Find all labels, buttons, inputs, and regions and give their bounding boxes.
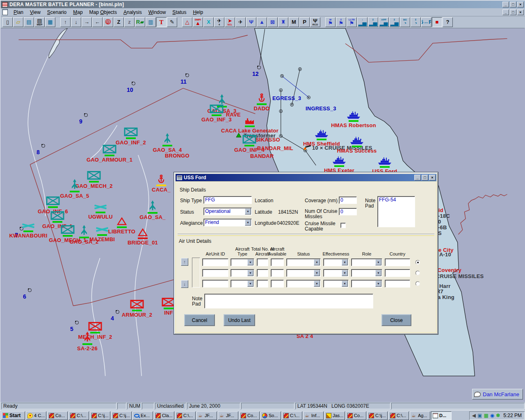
air-row-2-status-dropdown[interactable]: ▼ — [286, 269, 321, 277]
taskbar-task-10[interactable]: ☕JF... — [218, 411, 238, 420]
taskbar-task-20[interactable]: D... — [431, 411, 452, 420]
air-row-3-available-field[interactable] — [271, 280, 284, 288]
dialog-close-x-button[interactable]: × — [429, 175, 436, 180]
menu-analysis[interactable]: Analysis — [120, 9, 145, 16]
grid-button-icon[interactable]: ▥ — [146, 17, 156, 27]
chevron-down-icon[interactable]: ▼ — [247, 281, 253, 287]
start-button[interactable]: Start — [1, 411, 25, 420]
sum-flag-button-icon[interactable]: Σ⚑ — [336, 17, 346, 27]
taskbar-task-19[interactable]: ☕Ag... — [410, 411, 430, 420]
air-row-3-effectiveness-dropdown[interactable]: ▼ — [323, 280, 349, 288]
open-file-button-icon[interactable]: ▱ — [13, 17, 23, 27]
allegiance-dropdown[interactable]: Friend▼ — [203, 219, 252, 226]
air-row-2-total-field[interactable] — [257, 269, 268, 277]
air-row-1-aircraft-type-dropdown[interactable]: ▼ — [231, 258, 254, 266]
air-row-2-radio[interactable] — [415, 271, 420, 275]
taskbar-task-18[interactable]: C:\... — [388, 411, 409, 420]
ship-object-button-icon[interactable]: ♜ — [278, 17, 288, 27]
chevron-down-icon[interactable]: ▼ — [314, 259, 320, 265]
cruise-missile-capable-checkbox[interactable] — [340, 223, 346, 228]
save-button-icon[interactable]: ▤ — [24, 17, 34, 27]
air-row-1-radio[interactable] — [415, 260, 420, 265]
air-row-2-effectiveness-dropdown[interactable]: ▼ — [323, 269, 349, 277]
dialog-minimize-button[interactable]: _ — [414, 175, 421, 180]
air-row-2-country-field[interactable] — [385, 269, 410, 277]
menu-window[interactable]: Window — [145, 9, 169, 16]
child-restore-button[interactable]: □ — [510, 9, 516, 15]
air-row-3-role-dropdown[interactable]: ▼ — [351, 280, 382, 288]
messenger-icon[interactable]: ◉ — [490, 413, 494, 418]
m-flag-button-icon[interactable]: M⚑ — [325, 17, 336, 27]
air-row-2-aircraft-type-dropdown[interactable]: ▼ — [231, 269, 254, 277]
air-row-1-role-dropdown[interactable]: ▼ — [351, 258, 382, 266]
clock[interactable]: 5:22 PM — [503, 413, 522, 418]
chevron-down-icon[interactable]: ▼ — [245, 219, 251, 226]
air-row-3-aircraft-type-dropdown[interactable]: ▼ — [231, 280, 254, 288]
menu-scenario[interactable]: Scenario — [44, 9, 70, 16]
sum-chart-button-icon[interactable]: Σ▂▅ — [368, 17, 378, 27]
chevron-down-icon[interactable]: ▼ — [375, 259, 381, 265]
bg-pie-button-icon[interactable]: BG◔ — [400, 17, 410, 27]
ship-type-field[interactable]: FFG — [203, 196, 252, 204]
taskbar-task-16[interactable]: Co... — [346, 411, 366, 420]
aircraft-object-button-icon[interactable]: ✈ — [235, 17, 246, 27]
air-row-2-available-field[interactable] — [271, 269, 284, 277]
menu-view[interactable]: View — [27, 9, 44, 16]
pan-left-button-icon[interactable]: ← — [92, 17, 103, 27]
draw-tool-button-icon[interactable]: ✎ — [167, 17, 177, 27]
chevron-down-icon[interactable]: ▼ — [314, 270, 320, 276]
sum-pie-button-icon[interactable]: Σ◔ — [411, 17, 421, 27]
row-up-button[interactable]: ↑ — [181, 258, 188, 266]
undo-last-button[interactable]: Undo Last — [224, 314, 255, 326]
child-close-button[interactable]: × — [517, 9, 524, 15]
taskbar-task-15[interactable]: Jas... — [324, 411, 345, 420]
air-notepad-field[interactable] — [204, 294, 373, 308]
route-5r-button-icon[interactable]: 5↔R — [421, 17, 431, 27]
mail-object-button-icon[interactable]: ⊠ — [267, 17, 278, 27]
triangle-object-button-icon[interactable]: △ — [182, 17, 192, 27]
pan-up-button-icon[interactable]: ↑ — [60, 17, 71, 27]
menu-map-objects[interactable]: Map Objects — [86, 9, 120, 16]
zoom-in-button-icon[interactable]: Z — [114, 17, 124, 27]
runway-object-button-icon[interactable]: X — [203, 17, 214, 27]
sum-chart2-button-icon[interactable]: Σ▂▅ — [389, 17, 399, 27]
dialog-titlebar[interactable]: USS Ford _ □ × — [176, 174, 436, 181]
air-row-1-effectiveness-dropdown[interactable]: ▼ — [323, 258, 349, 266]
taskbar-task-17[interactable]: C:\j... — [367, 411, 388, 420]
ship-notepad-field[interactable]: FFG-54 — [377, 196, 415, 227]
dialog-restore-button[interactable]: □ — [422, 175, 428, 180]
menu-status[interactable]: Status — [169, 9, 189, 16]
scheduler-icon[interactable]: ✽ — [496, 413, 500, 418]
chevron-down-icon[interactable]: ▼ — [247, 259, 253, 265]
menu-help[interactable]: Help — [189, 9, 206, 16]
air-row-1-total-field[interactable] — [257, 258, 268, 266]
chevron-down-icon[interactable]: ▼ — [375, 281, 381, 287]
pan-down-button-icon[interactable]: ↓ — [71, 17, 81, 27]
taskbar-task-6[interactable]: Ex... — [132, 411, 153, 420]
chevron-down-icon[interactable]: ▼ — [342, 270, 348, 276]
author-chip[interactable]: Dan McFarlane — [472, 389, 523, 399]
menu-map[interactable]: Map — [70, 9, 86, 16]
pan-right-button-icon[interactable]: → — [82, 17, 92, 27]
num-cruise-missiles-field[interactable]: 0 — [339, 208, 357, 215]
lltr-flag-button-icon[interactable]: LLTR⚑ — [347, 17, 357, 27]
app-chart-button-icon[interactable]: APP▂▅ — [379, 17, 389, 27]
region-button-icon[interactable]: R▰ — [135, 17, 145, 27]
taskbar-task-4[interactable]: C:\j... — [90, 411, 110, 420]
air-row-3-airunit-id-field[interactable] — [202, 280, 228, 288]
air-row-1-status-dropdown[interactable]: ▼ — [286, 258, 321, 266]
taskbar-task-5[interactable]: C:\j... — [111, 411, 132, 420]
menu-plan[interactable]: Plan — [10, 9, 27, 16]
chevron-down-icon[interactable]: ▼ — [342, 259, 348, 265]
taskbar-task-11[interactable]: Co... — [239, 411, 260, 420]
print-button-icon[interactable]: ▦ — [45, 17, 55, 27]
taskbar-task-12[interactable]: So... — [260, 411, 281, 420]
speaker-icon[interactable]: ◀ — [472, 413, 476, 418]
display-icon[interactable]: ▣ — [477, 413, 482, 418]
mbp-button-icon[interactable]: ▤MBP — [34, 17, 45, 27]
child-minimize-button[interactable]: _ — [502, 9, 509, 15]
chevron-down-icon[interactable]: ▼ — [375, 270, 381, 276]
taskbar-task-1[interactable]: ♥4 C... — [26, 411, 46, 420]
status-dropdown[interactable]: Operational▼ — [203, 208, 252, 215]
air-row-3-total-field[interactable] — [257, 280, 268, 288]
